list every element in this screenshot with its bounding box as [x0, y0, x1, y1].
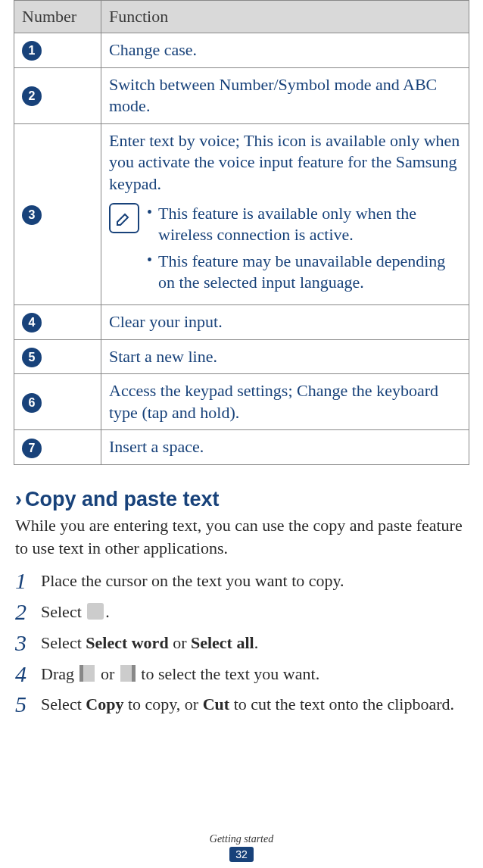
chevron-icon: ›	[15, 488, 22, 510]
step-text: Select Select word or Select all.	[41, 632, 258, 655]
bullet-icon: •	[147, 251, 152, 269]
table-row: 4 Clear your input.	[14, 304, 469, 339]
function-text: Switch between Number/Symbol mode and AB…	[109, 74, 461, 117]
header-number: Number	[14, 1, 101, 33]
circle-number-5: 5	[22, 348, 42, 367]
function-text: Start a new line.	[109, 346, 461, 368]
table-row: 2 Switch between Number/Symbol mode and …	[14, 67, 469, 123]
step-number: 3	[15, 632, 32, 654]
section-heading: ›Copy and paste text	[15, 488, 468, 511]
selection-handle-left-icon	[79, 665, 95, 682]
step-item: 5 Select Copy to copy, or Cut to cut the…	[15, 693, 468, 717]
table-row: 3 Enter text by voice; This icon is avai…	[14, 123, 469, 304]
header-function: Function	[101, 1, 469, 33]
table-row: 5 Start a new line.	[14, 339, 469, 374]
functions-table: Number Function 1 Change case. 2 Switch …	[14, 0, 469, 465]
step-item: 4 Drag or to select the text you want.	[15, 663, 468, 686]
step-text: Drag or to select the text you want.	[41, 663, 319, 686]
note-item: • This feature may be unavailable depend…	[147, 251, 461, 294]
step-item: 1 Place the cursor on the text you want …	[15, 570, 468, 593]
menu-icon	[87, 603, 104, 620]
function-text: Change case.	[109, 39, 461, 61]
circle-number-2: 2	[22, 86, 42, 106]
circle-number-3: 3	[22, 205, 42, 225]
circle-number-4: 4	[22, 313, 42, 333]
step-text: Place the cursor on the text you want to…	[41, 570, 344, 593]
function-text: Access the keypad settings; Change the k…	[109, 380, 461, 423]
page-number: 32	[229, 847, 254, 862]
step-number: 5	[15, 693, 32, 716]
section-intro: While you are entering text, you can use…	[15, 514, 468, 559]
circle-number-7: 7	[22, 439, 42, 458]
table-row: 1 Change case.	[14, 33, 469, 68]
selection-handle-right-icon	[120, 665, 136, 682]
table-row: 7 Insert a space.	[14, 430, 469, 465]
step-item: 2 Select .	[15, 601, 468, 624]
page-footer: Getting started 32	[0, 833, 483, 862]
note-item: • This feature is available only when th…	[147, 203, 461, 246]
footer-section-name: Getting started	[0, 833, 483, 845]
circle-number-1: 1	[22, 41, 42, 61]
function-text: Enter text by voice; This icon is availa…	[109, 130, 461, 195]
bullet-icon: •	[147, 203, 152, 221]
function-text: Insert a space.	[109, 436, 461, 458]
step-item: 3 Select Select word or Select all.	[15, 632, 468, 655]
step-number: 4	[15, 663, 32, 685]
step-number: 2	[15, 601, 32, 623]
step-text: Select .	[41, 601, 110, 624]
note-icon	[109, 203, 139, 233]
table-row: 6 Access the keypad settings; Change the…	[14, 374, 469, 430]
step-number: 1	[15, 570, 32, 592]
circle-number-6: 6	[22, 393, 42, 413]
step-text: Select Copy to copy, or Cut to cut the t…	[41, 693, 454, 717]
function-text: Clear your input.	[109, 311, 461, 333]
